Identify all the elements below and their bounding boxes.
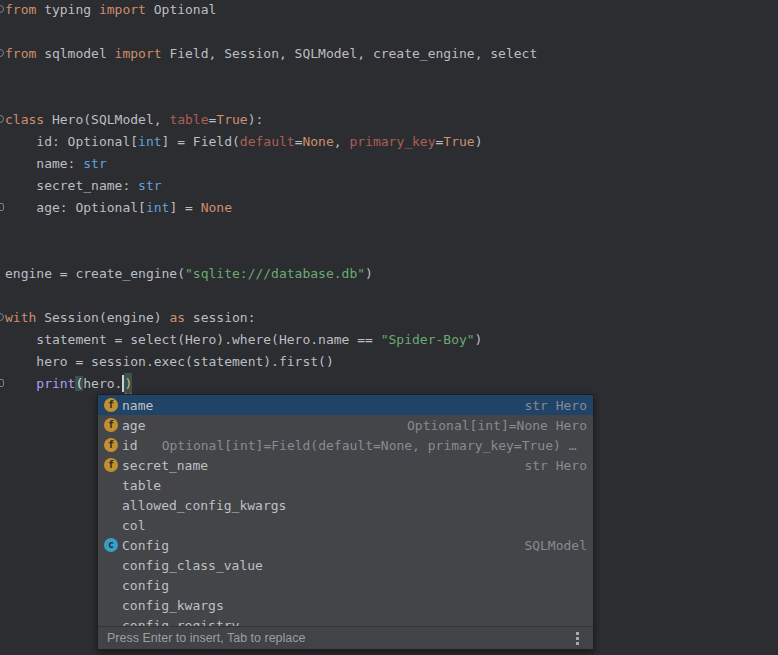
code-line: class Hero(SQLModel, table=True):: [5, 109, 537, 131]
icon-placeholder: [104, 518, 118, 532]
code-line: with Session(engine) as session:: [5, 307, 537, 329]
code-line: statement = select(Hero).where(Hero.name…: [5, 329, 537, 351]
completion-label: name: [122, 398, 153, 413]
code-token: ] = Field(: [162, 134, 240, 149]
completion-popup: fnamestr HerofageOptional[int]=None Hero…: [97, 394, 594, 650]
completion-label: id: [122, 438, 138, 453]
icon-placeholder: [104, 598, 118, 612]
code-line: hero = session.exec(statement).first(): [5, 351, 537, 373]
completion-item-name[interactable]: fnamestr Hero: [98, 395, 593, 415]
code-line: name: str: [5, 153, 537, 175]
icon-placeholder: [104, 578, 118, 592]
code-line: from typing import Optional: [5, 0, 537, 21]
code-token: ):: [248, 112, 264, 127]
code-token: sqlmodel: [36, 46, 114, 61]
code-line: [5, 65, 537, 87]
type-hint: SQLModel: [514, 538, 587, 553]
code-token: name:: [5, 156, 83, 171]
code-token: True: [216, 112, 247, 127]
code-token: hero.: [83, 376, 122, 391]
more-options-icon[interactable]: [576, 637, 579, 640]
gutter-icon[interactable]: [0, 49, 4, 57]
code-line: from sqlmodel import Field, Session, SQL…: [5, 43, 537, 65]
code-token: Field, Session, SQLModel, create_engine,…: [162, 46, 538, 61]
code-token: engine = create_engine(: [5, 266, 185, 281]
icon-placeholder: [104, 478, 118, 492]
completion-label: Config: [122, 538, 169, 553]
code-line: [5, 21, 537, 43]
completion-item-Config[interactable]: cConfigSQLModel: [98, 535, 593, 555]
code-editor[interactable]: from typing import Optionalfrom sqlmodel…: [0, 0, 778, 655]
code-token: as: [169, 310, 185, 325]
code-token: None: [201, 200, 232, 215]
code-token: ,: [334, 134, 350, 149]
code-token: str: [138, 178, 161, 193]
completion-item-config[interactable]: config: [98, 575, 593, 595]
code-token: [5, 376, 36, 391]
code-token: statement = select(Hero).where(Hero.name…: [5, 332, 381, 347]
type-hint: str Hero: [514, 458, 587, 473]
class-icon: c: [104, 538, 118, 552]
completion-item-table[interactable]: table: [98, 475, 593, 495]
completion-item-col[interactable]: col: [98, 515, 593, 535]
type-hint: Optional[int]=None Hero: [397, 418, 587, 433]
footer-hint: Press Enter to insert, Tab to replace: [107, 631, 305, 645]
code-token: import: [115, 46, 162, 61]
code-line: [5, 219, 537, 241]
completion-label: config: [122, 578, 169, 593]
code-token: Session(engine): [36, 310, 169, 325]
completion-label: age: [122, 418, 145, 433]
code-line: [5, 285, 537, 307]
completion-item-config_kwargs[interactable]: config_kwargs: [98, 595, 593, 615]
icon-placeholder: [104, 498, 118, 512]
code-token: int: [146, 200, 169, 215]
code-token: import: [99, 2, 146, 17]
error-paren: ): [124, 373, 132, 395]
code-token: secret_name:: [5, 178, 138, 193]
completion-list: fnamestr HerofageOptional[int]=None Hero…: [98, 395, 593, 626]
code-token: with: [5, 310, 36, 325]
icon-placeholder: [104, 618, 118, 626]
code-token: int: [138, 134, 161, 149]
completion-item-config_registry[interactable]: config_registry: [98, 615, 593, 626]
code-token: Hero(SQLModel,: [44, 112, 169, 127]
code-token: class: [5, 112, 44, 127]
code-token: True: [443, 134, 474, 149]
code-token: ] =: [169, 200, 200, 215]
gutter-icon[interactable]: [0, 313, 4, 321]
code-token: Optional: [146, 2, 216, 17]
field-icon: f: [104, 458, 118, 472]
code-token: "sqlite:///database.db": [185, 266, 365, 281]
code-token: default: [240, 134, 295, 149]
completion-item-age[interactable]: fageOptional[int]=None Hero: [98, 415, 593, 435]
gutter-icon[interactable]: [0, 115, 4, 123]
code-line: id: Optional[int] = Field(default=None, …: [5, 131, 537, 153]
code-token: ): [365, 266, 373, 281]
completion-item-allowed_config_kwargs[interactable]: allowed_config_kwargs: [98, 495, 593, 515]
type-hint: str Hero: [514, 398, 587, 413]
code-token: None: [302, 134, 333, 149]
field-icon: f: [104, 418, 118, 432]
code-line: [5, 241, 537, 263]
completion-label: table: [122, 478, 161, 493]
code-token: table: [169, 112, 208, 127]
code-line: secret_name: str: [5, 175, 537, 197]
completion-label: allowed_config_kwargs: [122, 498, 286, 513]
field-icon: f: [104, 438, 118, 452]
gutter-icon[interactable]: [0, 5, 4, 13]
completion-item-secret_name[interactable]: fsecret_namestr Hero: [98, 455, 593, 475]
code-line: [5, 87, 537, 109]
completion-label: secret_name: [122, 458, 208, 473]
code-token: ): [475, 134, 483, 149]
gutter-icon[interactable]: [0, 203, 4, 211]
completion-item-config_class_value[interactable]: config_class_value: [98, 555, 593, 575]
code-token: ): [475, 332, 483, 347]
gutter-icon[interactable]: [0, 379, 4, 387]
code-token: primary_key: [349, 134, 435, 149]
icon-placeholder: [104, 558, 118, 572]
completion-tail: Optional[int]=Field(default=None, primar…: [162, 438, 587, 453]
code-line: engine = create_engine("sqlite:///databa…: [5, 263, 537, 285]
field-icon: f: [104, 398, 118, 412]
completion-item-id[interactable]: fidOptional[int]=Field(default=None, pri…: [98, 435, 593, 455]
completion-label: col: [122, 518, 145, 533]
